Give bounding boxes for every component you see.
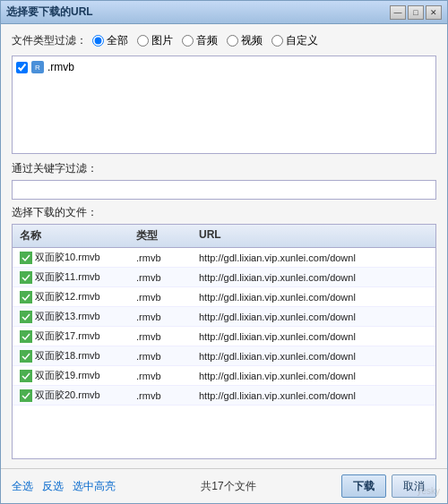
td-name: 双面胶17.rmvb xyxy=(16,328,133,345)
td-type: .rmvb xyxy=(133,251,195,265)
file-count: 共17个文件 xyxy=(116,479,341,494)
td-url: http://gdl.lixian.vip.xunlei.com/downl xyxy=(195,290,432,304)
row-check-icon xyxy=(20,370,32,382)
td-type: .rmvb xyxy=(133,290,195,304)
td-type: .rmvb xyxy=(133,389,195,403)
cancel-button[interactable]: 取消 xyxy=(392,474,436,498)
row-filename: 双面胶12.rmvb xyxy=(35,290,100,303)
filter-option-audio-label: 音频 xyxy=(196,33,218,48)
td-name: 双面胶10.rmvb xyxy=(16,249,133,266)
action-buttons: 下载 取消 xyxy=(341,474,436,498)
filter-radio-group: 全部 图片 音频 视频 自定义 xyxy=(92,33,318,48)
td-name: 双面胶20.rmvb xyxy=(16,387,133,404)
td-type: .rmvb xyxy=(133,349,195,363)
table-row[interactable]: 双面胶11.rmvb .rmvb http://gdl.lixian.vip.x… xyxy=(13,268,435,287)
row-filename: 双面胶11.rmvb xyxy=(35,270,100,284)
dialog-window: 选择要下载的URL — □ ✕ 文件类型过滤： 全部 图片 音 xyxy=(0,0,448,504)
table-row[interactable]: 双面胶12.rmvb .rmvb http://gdl.lixian.vip.x… xyxy=(13,287,435,307)
select-all-link[interactable]: 全选 xyxy=(12,479,33,494)
title-text: 选择要下载的URL xyxy=(6,4,390,20)
row-filename: 双面胶17.rmvb xyxy=(35,329,100,343)
td-type: .rmvb xyxy=(133,270,195,285)
filter-option-image[interactable]: 图片 xyxy=(137,33,173,48)
table-row[interactable]: 双面胶18.rmvb .rmvb http://gdl.lixian.vip.x… xyxy=(13,346,435,366)
keyword-section: 通过关键字过滤： xyxy=(12,161,436,200)
dialog-content: 文件类型过滤： 全部 图片 音频 视频 xyxy=(1,24,447,468)
th-name: 名称 xyxy=(16,226,133,245)
td-url: http://gdl.lixian.vip.xunlei.com/downl xyxy=(195,270,432,285)
filter-label: 文件类型过滤： xyxy=(12,33,87,48)
td-url: http://gdl.lixian.vip.xunlei.com/downl xyxy=(195,251,432,265)
filter-option-video-label: 视频 xyxy=(241,33,263,48)
filter-option-custom-label: 自定义 xyxy=(286,33,318,48)
bottom-bar: 全选 反选 选中高亮 共17个文件 下载 取消 xyxy=(1,468,447,503)
download-files-label: 选择下载的文件： xyxy=(12,205,436,220)
table-row[interactable]: 双面胶13.rmvb .rmvb http://gdl.lixian.vip.x… xyxy=(13,307,435,327)
th-type: 类型 xyxy=(133,226,195,245)
file-type-listbox[interactable]: R .rmvb xyxy=(12,56,436,154)
row-check-icon xyxy=(20,271,32,284)
bottom-links: 全选 反选 选中高亮 xyxy=(12,479,116,494)
row-check-icon xyxy=(20,350,32,363)
row-filename: 双面胶13.rmvb xyxy=(35,310,100,323)
row-filename: 双面胶10.rmvb xyxy=(35,251,100,264)
td-type: .rmvb xyxy=(133,369,195,383)
filter-option-video[interactable]: 视频 xyxy=(227,33,263,48)
th-url: URL xyxy=(195,226,432,245)
td-name: 双面胶13.rmvb xyxy=(16,308,133,325)
minimize-button[interactable]: — xyxy=(390,5,406,20)
close-button[interactable]: ✕ xyxy=(426,5,442,20)
td-url: http://gdl.lixian.vip.xunlei.com/downl xyxy=(195,310,432,324)
td-url: http://gdl.lixian.vip.xunlei.com/downl xyxy=(195,389,432,403)
download-table: 名称 类型 URL 双面胶10.rmvb .rmvb http://gdl.li… xyxy=(12,224,436,459)
title-buttons: — □ ✕ xyxy=(390,5,442,20)
rmvb-icon: R xyxy=(31,61,44,73)
table-row[interactable]: 双面胶20.rmvb .rmvb http://gdl.lixian.vip.x… xyxy=(13,386,435,406)
filetype-label-rmvb: .rmvb xyxy=(47,61,74,73)
filter-option-image-label: 图片 xyxy=(151,33,173,48)
filter-option-custom[interactable]: 自定义 xyxy=(271,33,318,48)
invert-link[interactable]: 反选 xyxy=(42,479,64,494)
filetype-checkbox-rmvb[interactable] xyxy=(16,62,28,73)
table-header: 名称 类型 URL xyxy=(13,225,435,248)
td-url: http://gdl.lixian.vip.xunlei.com/downl xyxy=(195,369,432,383)
keyword-label: 通过关键字过滤： xyxy=(12,161,436,176)
table-body[interactable]: 双面胶10.rmvb .rmvb http://gdl.lixian.vip.x… xyxy=(13,248,435,458)
filter-option-audio[interactable]: 音频 xyxy=(182,33,218,48)
row-check-icon xyxy=(20,330,32,343)
td-url: http://gdl.lixian.vip.xunlei.com/downl xyxy=(195,329,432,344)
filter-row: 文件类型过滤： 全部 图片 音频 视频 xyxy=(12,33,436,48)
keyword-input[interactable] xyxy=(12,180,436,200)
row-check-icon xyxy=(20,291,32,303)
td-name: 双面胶18.rmvb xyxy=(16,347,133,364)
td-name: 双面胶12.rmvb xyxy=(16,288,133,305)
td-name: 双面胶11.rmvb xyxy=(16,269,133,286)
filter-option-all[interactable]: 全部 xyxy=(92,33,128,48)
filetype-item-rmvb: R .rmvb xyxy=(16,60,432,74)
highlight-link[interactable]: 选中高亮 xyxy=(73,479,116,494)
td-url: http://gdl.lixian.vip.xunlei.com/downl xyxy=(195,349,432,363)
table-row[interactable]: 双面胶17.rmvb .rmvb http://gdl.lixian.vip.x… xyxy=(13,327,435,346)
td-name: 双面胶19.rmvb xyxy=(16,367,133,384)
restore-button[interactable]: □ xyxy=(408,5,424,20)
row-check-icon xyxy=(20,311,32,323)
filter-option-all-label: 全部 xyxy=(107,33,128,48)
row-filename: 双面胶20.rmvb xyxy=(35,389,100,402)
row-filename: 双面胶18.rmvb xyxy=(35,349,100,363)
table-row[interactable]: 双面胶10.rmvb .rmvb http://gdl.lixian.vip.x… xyxy=(13,248,435,268)
table-row[interactable]: 双面胶19.rmvb .rmvb http://gdl.lixian.vip.x… xyxy=(13,366,435,386)
row-check-icon xyxy=(20,252,32,264)
download-button[interactable]: 下载 xyxy=(341,474,386,498)
title-bar: 选择要下载的URL — □ ✕ xyxy=(1,1,447,24)
td-type: .rmvb xyxy=(133,310,195,324)
td-type: .rmvb xyxy=(133,329,195,344)
row-check-icon xyxy=(20,389,32,402)
row-filename: 双面胶19.rmvb xyxy=(35,369,100,382)
